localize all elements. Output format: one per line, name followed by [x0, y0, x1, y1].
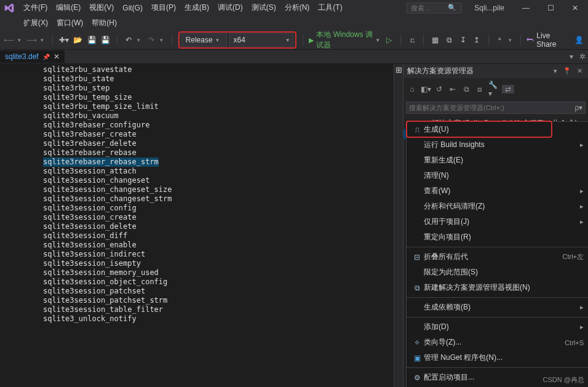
- ctx-clean[interactable]: 清理(N): [407, 168, 588, 183]
- ctx-view[interactable]: 查看(W)▸: [407, 183, 588, 199]
- minimize-button[interactable]: —: [515, 2, 536, 14]
- code-line[interactable]: 348sqlite3session_changeset_size: [0, 185, 403, 194]
- properties-icon[interactable]: ⧈: [475, 85, 485, 94]
- tool-icon-6[interactable]: ᵃ: [495, 34, 506, 46]
- close-tab-icon[interactable]: ✕: [54, 52, 60, 61]
- tab-gear-icon[interactable]: ✲: [577, 52, 588, 61]
- redo-button[interactable]: ↷: [146, 34, 157, 46]
- code-line[interactable]: 353sqlite3session_diff: [0, 231, 403, 241]
- start-wo-debug-button[interactable]: ▷: [384, 34, 394, 46]
- code-line[interactable]: 357sqlite3session_memory_used: [0, 268, 403, 277]
- code-line[interactable]: 356sqlite3session_isempty: [0, 259, 403, 268]
- code-line[interactable]: 341sqlite3rebaser_configure: [0, 121, 403, 130]
- search-go-icon[interactable]: ρ▾: [573, 103, 585, 112]
- panel-close-icon[interactable]: ✕: [577, 67, 584, 74]
- view-icon[interactable]: ◧▾: [421, 85, 431, 94]
- wrench-icon[interactable]: 🔧▾: [488, 81, 498, 98]
- ctx-build-deps[interactable]: 生成依赖项(B)▸: [407, 300, 588, 315]
- code-line[interactable]: 340sqlite3rbu_vacuum: [0, 111, 403, 121]
- open-button[interactable]: 📂: [73, 34, 83, 46]
- save-button[interactable]: 💾: [87, 34, 97, 46]
- menu-test[interactable]: 测试(S): [248, 1, 280, 14]
- ctx-analyze[interactable]: 分析和代码清理(Z)▸: [407, 199, 588, 214]
- menu-help[interactable]: 帮助(H): [88, 17, 121, 30]
- menu-git[interactable]: Git(G): [119, 2, 146, 14]
- code-line[interactable]: 345sqlite3rebaser_rebase_strm: [0, 158, 403, 167]
- menu-tools[interactable]: 工具(T): [314, 1, 346, 14]
- tool-icon-1[interactable]: ⎌: [407, 34, 418, 46]
- menu-view[interactable]: 视图(V): [85, 1, 117, 14]
- ctx-scope[interactable]: 限定为此范围(S): [407, 265, 588, 280]
- code-line[interactable]: 347sqlite3session_changeset: [0, 176, 403, 185]
- code-editor[interactable]: 335sqlite3rbu_savestate336sqlite3rbu_sta…: [0, 64, 403, 387]
- ctx-collapse[interactable]: ⊟ 折叠所有后代 Ctrl+左: [407, 249, 588, 265]
- tool-drop[interactable]: ▾: [509, 37, 514, 43]
- solution-platform-combo[interactable]: x64 ▼: [229, 33, 293, 47]
- ctx-build[interactable]: ⎍ 生成(U): [407, 122, 588, 137]
- ctx-rebuild[interactable]: 重新生成(E): [407, 153, 588, 168]
- menu-build[interactable]: 生成(B): [181, 1, 213, 14]
- new-item-button[interactable]: ✚▾: [58, 34, 69, 46]
- pin-icon[interactable]: 📌: [42, 54, 50, 60]
- code-line[interactable]: 354sqlite3session_enable: [0, 241, 403, 250]
- code-line[interactable]: 361sqlite3session_table_filter: [0, 305, 403, 314]
- code-line[interactable]: 346sqlite3session_attach: [0, 167, 403, 176]
- save-all-button[interactable]: 💾: [100, 34, 111, 46]
- code-line[interactable]: 363: [0, 324, 403, 333]
- menu-file[interactable]: 文件(F): [20, 1, 51, 14]
- solution-config-combo[interactable]: Release ▼: [181, 33, 227, 47]
- code-line[interactable]: 344sqlite3rebaser_rebase: [0, 148, 403, 158]
- menu-edit[interactable]: 编辑(E): [52, 1, 84, 14]
- code-line[interactable]: 360sqlite3session_patchset_strm: [0, 296, 403, 305]
- code-line[interactable]: 352sqlite3session_delete: [0, 222, 403, 231]
- nav-fwd-drop[interactable]: ▾: [41, 37, 46, 43]
- close-button[interactable]: ✕: [565, 2, 586, 14]
- code-line[interactable]: 350sqlite3session_config: [0, 204, 403, 213]
- code-line[interactable]: 336sqlite3rbu_state: [0, 74, 403, 84]
- solution-search-input[interactable]: [407, 102, 573, 113]
- undo-drop[interactable]: ▾: [137, 37, 142, 43]
- menu-analyze[interactable]: 分析(N): [281, 1, 314, 14]
- code-line[interactable]: 337sqlite3rbu_step: [0, 84, 403, 93]
- redo-drop[interactable]: ▾: [160, 37, 165, 43]
- nav-fwd-button[interactable]: ⟶: [26, 34, 37, 46]
- admin-icon[interactable]: 👤: [574, 34, 584, 46]
- panel-pin-icon[interactable]: 📍: [563, 67, 573, 74]
- menu-window[interactable]: 窗口(W): [53, 17, 87, 30]
- nav-back-drop[interactable]: ▾: [18, 37, 23, 43]
- ctx-run-build-insights[interactable]: 运行 Build Insights ▸: [407, 137, 588, 153]
- ctx-project-only[interactable]: 仅用于项目(J)▸: [407, 214, 588, 229]
- panel-dropdown-icon[interactable]: ▾: [554, 67, 559, 74]
- back-icon[interactable]: ⇤: [448, 85, 458, 94]
- solution-search[interactable]: ρ▾: [406, 102, 586, 114]
- ctx-nuget[interactable]: ▣管理 NuGet 程序包(N)...: [407, 350, 588, 365]
- code-line[interactable]: 359sqlite3session_patchset: [0, 287, 403, 296]
- tool-icon-4[interactable]: ↧: [458, 34, 468, 46]
- code-line[interactable]: 335sqlite3rbu_savestate: [0, 65, 403, 74]
- code-line[interactable]: 355sqlite3session_indirect: [0, 250, 403, 259]
- maximize-button[interactable]: ☐: [540, 2, 561, 14]
- file-tab-sqlite3def[interactable]: sqlite3.def 📌 ✕: [0, 50, 65, 63]
- menu-ext[interactable]: 扩展(X): [20, 17, 52, 30]
- code-line[interactable]: 343sqlite3rebaser_delete: [0, 139, 403, 148]
- code-line[interactable]: 342sqlite3rebaser_create: [0, 130, 403, 139]
- home-icon[interactable]: ⌂: [407, 85, 417, 94]
- ctx-add[interactable]: 添加(D)▸: [407, 319, 588, 335]
- split-editor-icon[interactable]: ⊞: [394, 65, 403, 74]
- tool-icon-3[interactable]: ⧉: [444, 34, 455, 46]
- quick-search-input[interactable]: [410, 4, 448, 12]
- ctx-new-view[interactable]: ⧉新建解决方案资源管理器视图(N): [407, 280, 588, 295]
- code-line[interactable]: 349sqlite3session_changeset_strm: [0, 194, 403, 204]
- sync-icon[interactable]: ↺: [434, 85, 444, 94]
- ctx-retarget[interactable]: 重定向项目(R): [407, 229, 588, 245]
- ctx-class-wizard[interactable]: ✧类向导(Z)...Ctrl+S: [407, 335, 588, 350]
- code-line[interactable]: 339sqlite3rbu_temp_size_limit: [0, 102, 403, 111]
- quick-search[interactable]: 🔍: [407, 2, 462, 14]
- nav-back-button[interactable]: ⟵: [4, 34, 14, 46]
- code-line[interactable]: 362sqlite3_unlock_notify: [0, 314, 403, 324]
- menu-project[interactable]: 项目(P): [148, 1, 180, 14]
- code-line[interactable]: 338sqlite3rbu_temp_size: [0, 93, 403, 102]
- start-debug-button[interactable]: ▶ 本地 Windows 调试器 ▼: [309, 30, 380, 50]
- switchview-icon[interactable]: ⇄: [502, 85, 514, 94]
- liveshare-button[interactable]: ⮪ Live Share: [526, 31, 564, 49]
